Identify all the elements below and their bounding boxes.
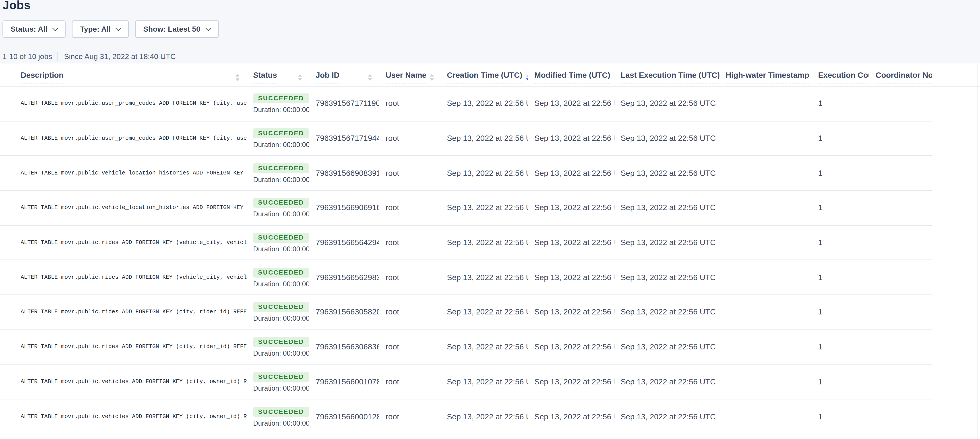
job-id-cell: 796391566305820673 [309, 295, 379, 330]
sort-icon [364, 74, 372, 81]
user-name-cell: root [379, 330, 441, 364]
job-id-cell: 796391566564294657 [309, 226, 379, 260]
sort-desc-icon [298, 78, 302, 81]
user-name-cell: root [379, 86, 441, 120]
high-water-timestamp-cell [719, 399, 812, 434]
duration-label: Duration: 00:00:00 [253, 106, 309, 114]
last-execution-time-cell: Sep 13, 2022 at 22:56 UTC [614, 156, 719, 190]
job-id-cell: 796391566562983937 [309, 260, 379, 295]
column-header-last-execution-time[interactable]: Last Execution Time (UTC) [614, 63, 719, 86]
column-header-description[interactable]: Description [14, 63, 247, 86]
status-cell: SUCCEEDED Duration: 00:00:00 [247, 365, 309, 399]
column-header-high-water-timestamp[interactable]: High-water Timestamp [719, 63, 812, 86]
status-badge: SUCCEEDED [253, 94, 309, 104]
execution-count-cell: 1 [812, 365, 869, 399]
duration-label: Duration: 00:00:00 [253, 141, 309, 148]
sort-asc-icon [430, 74, 434, 77]
chevron-down-icon [116, 25, 122, 31]
since-timestamp: Since Aug 31, 2022 at 18:40 UTC [64, 52, 176, 61]
table-row: ALTER TABLE movr.public.rides ADD FOREIG… [0, 330, 932, 365]
coordinator-node-cell [869, 330, 932, 364]
sort-icon-active-desc [522, 74, 528, 81]
user-name-cell: root [379, 399, 441, 434]
table-row: ALTER TABLE movr.public.user_promo_codes… [0, 86, 932, 121]
column-header-user-name[interactable]: User Name [379, 63, 441, 86]
table-row: ALTER TABLE movr.public.vehicles ADD FOR… [0, 399, 932, 434]
high-water-timestamp-cell [719, 191, 812, 225]
user-name-cell: root [379, 191, 441, 225]
column-header-execution-count[interactable]: Execution Count [812, 63, 869, 86]
last-execution-time-cell: Sep 13, 2022 at 22:56 UTC [614, 295, 719, 330]
job-id-cell: 796391566306836481 [309, 330, 379, 364]
filter-bar: Status: All Type: All Show: Latest 50 [2, 20, 980, 38]
status-badge: SUCCEEDED [253, 337, 309, 347]
status-cell: SUCCEEDED Duration: 00:00:00 [247, 191, 309, 225]
jobs-table: Description Status Job ID User Name Crea… [0, 63, 980, 439]
status-badge: SUCCEEDED [253, 198, 309, 208]
sort-asc-icon [526, 74, 528, 77]
table-row: ALTER TABLE movr.public.rides ADD FOREIG… [0, 295, 932, 330]
coordinator-node-cell [869, 260, 932, 295]
column-header-modified-time[interactable]: Modified Time (UTC) [528, 63, 614, 86]
creation-time-cell: Sep 13, 2022 at 22:56 UTC [441, 399, 528, 434]
sort-desc-icon [430, 78, 434, 81]
status-badge: SUCCEEDED [253, 372, 309, 382]
sort-asc-icon [298, 74, 302, 77]
description-cell: ALTER TABLE movr.public.user_promo_codes… [14, 86, 247, 120]
column-header-status[interactable]: Status [247, 63, 309, 86]
coordinator-node-cell [869, 191, 932, 225]
job-id-cell: 796391566908391425 [309, 156, 379, 190]
duration-label: Duration: 00:00:00 [253, 176, 309, 183]
sort-desc-icon [235, 78, 239, 81]
status-cell: SUCCEEDED Duration: 00:00:00 [247, 156, 309, 190]
column-header-creation-time[interactable]: Creation Time (UTC) [441, 63, 528, 86]
modified-time-cell: Sep 13, 2022 at 22:56 UTC [528, 86, 614, 120]
status-badge: SUCCEEDED [253, 302, 309, 312]
sort-icon [294, 74, 302, 81]
status-cell: SUCCEEDED Duration: 00:00:00 [247, 399, 309, 434]
coordinator-node-cell [869, 86, 932, 120]
type-filter-dropdown[interactable]: Type: All [72, 20, 129, 38]
status-cell: SUCCEEDED Duration: 00:00:00 [247, 86, 309, 120]
description-cell: ALTER TABLE movr.public.rides ADD FOREIG… [14, 226, 247, 260]
table-body: ALTER TABLE movr.public.user_promo_codes… [0, 86, 980, 434]
creation-time-cell: Sep 13, 2022 at 22:56 UTC [441, 156, 528, 190]
jobs-page: Jobs Status: All Type: All Show: Latest … [0, 0, 980, 438]
coordinator-node-cell [869, 156, 932, 190]
modified-time-cell: Sep 13, 2022 at 22:56 UTC [528, 365, 614, 399]
creation-time-cell: Sep 13, 2022 at 22:56 UTC [441, 330, 528, 364]
duration-label: Duration: 00:00:00 [253, 280, 309, 287]
user-name-cell: root [379, 365, 441, 399]
status-cell: SUCCEEDED Duration: 00:00:00 [247, 260, 309, 295]
duration-label: Duration: 00:00:00 [253, 419, 309, 427]
modified-time-cell: Sep 13, 2022 at 22:56 UTC [528, 399, 614, 434]
high-water-timestamp-cell [719, 365, 812, 399]
modified-time-cell: Sep 13, 2022 at 22:56 UTC [528, 156, 614, 190]
execution-count-cell: 1 [812, 121, 869, 155]
status-badge: SUCCEEDED [253, 128, 309, 138]
creation-time-cell: Sep 13, 2022 at 22:56 UTC [441, 295, 528, 330]
status-filter-label: Status: All [11, 25, 48, 33]
show-filter-dropdown[interactable]: Show: Latest 50 [135, 20, 219, 38]
status-cell: SUCCEEDED Duration: 00:00:00 [247, 330, 309, 364]
user-name-cell: root [379, 121, 441, 155]
high-water-timestamp-cell [719, 226, 812, 260]
user-name-cell: root [379, 295, 441, 330]
status-filter-dropdown[interactable]: Status: All [2, 20, 65, 38]
column-header-job-id[interactable]: Job ID [309, 63, 379, 86]
last-execution-time-cell: Sep 13, 2022 at 22:56 UTC [614, 121, 719, 155]
duration-label: Duration: 00:00:00 [253, 350, 309, 357]
execution-count-cell: 1 [812, 330, 869, 364]
description-cell: ALTER TABLE movr.public.vehicle_location… [14, 156, 247, 190]
last-execution-time-cell: Sep 13, 2022 at 22:56 UTC [614, 191, 719, 225]
column-header-coordinator-node[interactable]: Coordinator Node [869, 63, 932, 86]
job-id-cell: 796391567171944449 [309, 121, 379, 155]
modified-time-cell: Sep 13, 2022 at 22:56 UTC [528, 191, 614, 225]
last-execution-time-cell: Sep 13, 2022 at 22:56 UTC [614, 260, 719, 295]
modified-time-cell: Sep 13, 2022 at 22:56 UTC [528, 295, 614, 330]
description-cell: ALTER TABLE movr.public.rides ADD FOREIG… [14, 330, 247, 364]
high-water-timestamp-cell [719, 121, 812, 155]
status-badge: SUCCEEDED [253, 268, 309, 277]
high-water-timestamp-cell [719, 295, 812, 330]
sort-icon [426, 74, 434, 81]
